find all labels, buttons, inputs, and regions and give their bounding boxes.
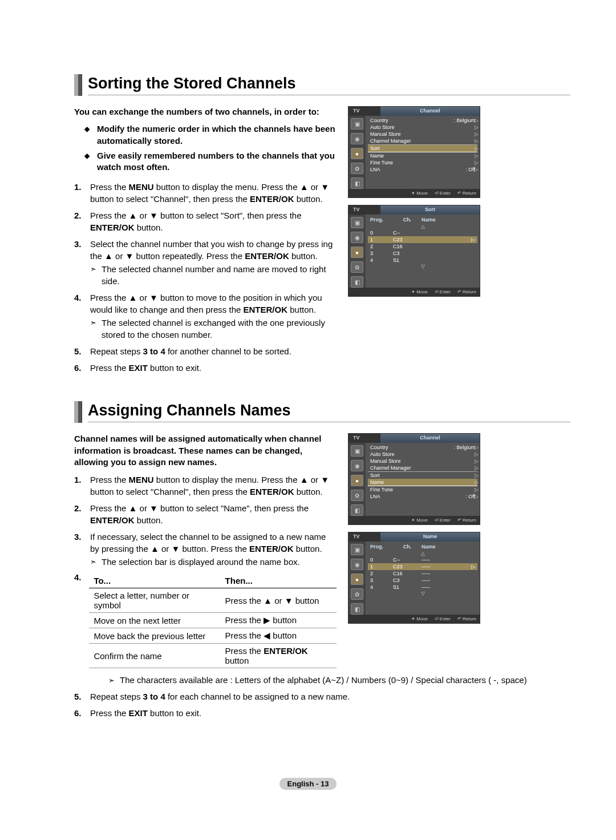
- tv-footer-enter: Enter: [435, 191, 451, 196]
- step-item: 2.Press the ▲ or ▼ button to select "Sor…: [74, 209, 337, 233]
- tv-menu-row: Fine Tune▷: [368, 159, 477, 166]
- section-sorting: Sorting the Stored Channels You can exch…: [74, 74, 570, 378]
- step-item: 3.If necessary, select the channel to be…: [74, 531, 337, 568]
- sorting-bullet-2: Give easily remembered numbers to the ch…: [97, 150, 337, 173]
- to-then-table: To...Then... Select a letter, number or …: [89, 574, 337, 668]
- tv-footer-move: Move: [411, 191, 428, 196]
- tv-menu-row: Sort▷: [368, 472, 477, 479]
- tv-title-channel: Channel: [380, 107, 480, 116]
- tv-channel-list: Country: Belgium▷Auto Store▷Manual Store…: [366, 116, 480, 189]
- tv-title-sort: Sort: [380, 205, 480, 215]
- tv-sort-row: 2C16-----: [368, 570, 477, 577]
- sorting-bullet-1: Modify the numeric order in which the ch…: [97, 123, 337, 147]
- tv-menu-name-list: TVName ▣ ◉ ● ✿ ◧ Prog.Ch.Name △ 0C----: [348, 532, 480, 624]
- tv-footer: Move Enter Return: [348, 189, 480, 197]
- step-item: 2.Press the ▲ or ▼ button to select "Nam…: [74, 502, 337, 526]
- tv-icon-input: ◧: [351, 177, 363, 189]
- down-triangle-icon: ▽: [368, 264, 477, 269]
- table-row: Move on the next letterPress the ▶ butto…: [89, 613, 337, 628]
- page-footer: English - 13: [0, 778, 616, 789]
- tv-sort-row: 1C23: [368, 236, 477, 243]
- step-item: 5.Repeat steps 3 to 4 for each channel t…: [74, 690, 570, 702]
- section-assigning: Assigning Channels Names Channel names w…: [74, 401, 570, 719]
- tv-menu-row: Auto Store▷: [368, 451, 477, 458]
- step-item: 4.Press the ▲ or ▼ button to move to the…: [74, 292, 337, 341]
- table-row: Move back the previous letterPress the ◀…: [89, 628, 337, 644]
- tv-menu-row: Manual Store▷: [368, 131, 477, 138]
- tv-sort-row: 4S1: [368, 257, 477, 264]
- tv-icon-sound: ◉: [351, 133, 363, 144]
- sorting-steps: 1.Press the MENU button to display the m…: [74, 181, 337, 374]
- tv-menu-row: Name▷: [368, 152, 477, 159]
- step-item: 1.Press the MENU button to display the m…: [74, 474, 337, 498]
- tv-sort-row: 0C--: [368, 229, 477, 236]
- tv-name-table: Prog.Ch.Name △ 0C-------1C23-----2C16---…: [366, 542, 480, 615]
- heading-mark-icon: [74, 401, 82, 423]
- tv-sidebar-icons: ▣ ◉ ● ✿ ◧: [348, 116, 366, 189]
- tv-sort-row: 3C3-----: [368, 577, 477, 584]
- tv-footer-return: Return: [457, 191, 476, 196]
- table-head-to: To...: [89, 574, 220, 588]
- table-row: Confirm the namePress the ENTER/OK butto…: [89, 644, 337, 668]
- heading-mark-icon: [74, 74, 82, 96]
- tv-menu-row: Name▷: [368, 479, 477, 486]
- tv-menu-row: Country: Belgium▷: [368, 117, 477, 124]
- characters-note: The characters available are : Letters o…: [108, 675, 570, 685]
- assigning-steps: 1.Press the MENU button to display the m…: [74, 474, 337, 568]
- tv-icon-setup: ✿: [351, 163, 363, 174]
- sorting-text-col: You can exchange the numbers of two chan…: [74, 106, 337, 378]
- sorting-screens-col: TVChannel ▣ ◉ ● ✿ ◧ Country: Belgium▷Aut…: [348, 106, 485, 378]
- step-item: 5.Repeat steps 3 to 4 for another channe…: [74, 345, 337, 357]
- up-triangle-icon: △: [368, 224, 477, 229]
- tv-sort-row: 2C16: [368, 243, 477, 250]
- page-number: English - 13: [279, 778, 337, 790]
- tv-sort-row: 1C23-----: [368, 563, 477, 570]
- step-item: 6.Press the EXIT button to exit.: [74, 362, 337, 374]
- table-row: Select a letter, number or symbolPress t…: [89, 588, 337, 613]
- assigning-steps-after: 5.Repeat steps 3 to 4 for each channel t…: [74, 690, 570, 719]
- tv-menu-channel-sort: TVChannel ▣ ◉ ● ✿ ◧ Country: Belgium▷Aut…: [348, 106, 480, 198]
- tv-menu-row: Sort▷: [368, 145, 477, 152]
- tv-sort-row: 3C3: [368, 250, 477, 257]
- tv-menu-channel-name: TVChannel ▣ ◉ ● ✿ ◧ Country: Belgium▷Aut…: [348, 433, 480, 525]
- tv-icon-picture: ▣: [351, 118, 363, 130]
- tv-menu-row: Manual Store▷: [368, 458, 477, 465]
- page: Sorting the Stored Channels You can exch…: [0, 0, 616, 840]
- tv-icon-channel: ●: [351, 148, 363, 159]
- table-head-then: Then...: [221, 574, 337, 588]
- tv-menu-sort-list: TVSort ▣ ◉ ● ✿ ◧ Prog.Ch.Name △ 0C--1C: [348, 205, 480, 297]
- tv-sort-row: 4S1-----: [368, 584, 477, 591]
- tv-sort-row: 0C-------: [368, 556, 477, 563]
- tv-menu-row: LNA: Off▷: [368, 493, 477, 500]
- step4-num: 4.: [74, 572, 89, 672]
- tv-sort-table: Prog.Ch.Name △ 0C--1C232C163C34S1 ▽: [366, 215, 480, 288]
- tv-title-name: Name: [380, 532, 480, 542]
- heading-assigning: Assigning Channels Names: [88, 402, 570, 422]
- step-item: 1.Press the MENU button to display the m…: [74, 181, 337, 205]
- assigning-text-col: Channel names will be assigned automatic…: [74, 433, 337, 672]
- tv-label: TV: [348, 107, 380, 116]
- tv-menu-row: LNA: Off▷: [368, 166, 477, 173]
- tv-menu-row: Country: Belgium▷: [368, 444, 477, 451]
- tv-menu-row: Channel Manager▷: [368, 138, 477, 145]
- step-item: 3.Select the channel number that you wis…: [74, 238, 337, 287]
- heading-sorting: Sorting the Stored Channels: [88, 75, 570, 95]
- tv-menu-row: Auto Store▷: [368, 124, 477, 131]
- step-item: 6.Press the EXIT button to exit.: [74, 707, 570, 719]
- tv-menu-row: Fine Tune▷: [368, 486, 477, 493]
- tv-channel-list-2: Country: Belgium▷Auto Store▷Manual Store…: [366, 443, 480, 516]
- assigning-screens-col: TVChannel ▣ ◉ ● ✿ ◧ Country: Belgium▷Aut…: [348, 433, 485, 672]
- tv-menu-row: Channel Manager▷: [368, 465, 477, 472]
- sorting-intro: You can exchange the numbers of two chan…: [74, 106, 337, 118]
- assigning-intro: Channel names will be assigned automatic…: [74, 433, 337, 468]
